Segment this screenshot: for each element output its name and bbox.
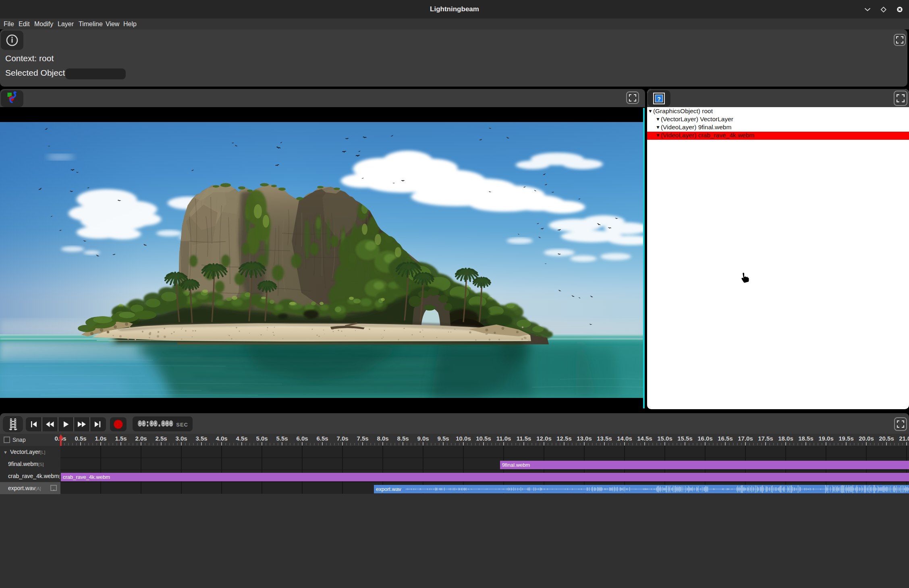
svg-text:?: ? — [657, 96, 661, 102]
